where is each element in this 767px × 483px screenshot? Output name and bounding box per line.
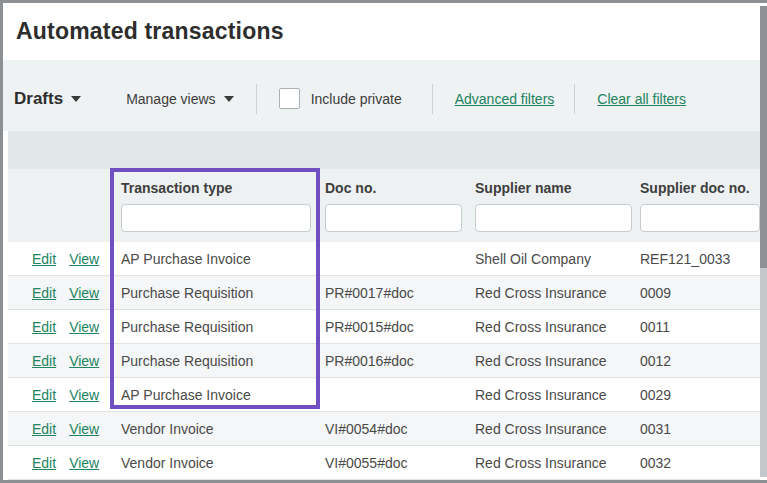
- actions-column-header: [8, 169, 113, 180]
- transaction-type-cell: Purchase Requisition: [113, 353, 323, 369]
- supplier-name-column-header: Supplier name: [473, 169, 638, 232]
- transaction-type-cell: Vendor Invoice: [113, 421, 323, 437]
- manage-views-label: Manage views: [126, 91, 216, 107]
- clear-all-filters-link[interactable]: Clear all filters: [597, 91, 686, 107]
- caret-down-icon: [224, 96, 234, 102]
- supplier-doc-no-cell: 0032: [638, 455, 760, 471]
- edit-link[interactable]: Edit: [32, 251, 56, 267]
- supplier-name-cell: Red Cross Insurance: [473, 421, 638, 437]
- table-row: Edit View Purchase Requisition PR#0017#d…: [8, 276, 760, 310]
- supplier-name-cell: Red Cross Insurance: [473, 387, 638, 403]
- view-link[interactable]: View: [69, 251, 99, 267]
- table-row: Edit View Vendor Invoice VI#0055#doc Red…: [8, 446, 760, 480]
- include-private-label: Include private: [311, 91, 402, 107]
- edit-link[interactable]: Edit: [32, 319, 56, 335]
- supplier-name-cell: Red Cross Insurance: [473, 455, 638, 471]
- edit-link[interactable]: Edit: [32, 455, 56, 471]
- transaction-type-cell: AP Purchase Invoice: [113, 251, 323, 267]
- row-actions: Edit View: [8, 285, 113, 301]
- supplier-doc-no-cell: 0009: [638, 285, 760, 301]
- edit-link[interactable]: Edit: [32, 285, 56, 301]
- caret-down-icon: [71, 96, 81, 102]
- row-actions: Edit View: [8, 455, 113, 471]
- doc-no-cell: VI#0055#doc: [323, 455, 473, 471]
- table-row: Edit View AP Purchase Invoice Red Cross …: [8, 378, 760, 412]
- include-private-control[interactable]: Include private: [279, 88, 402, 109]
- column-header-label: Transaction type: [121, 180, 323, 196]
- column-header-label: Supplier name: [475, 180, 638, 196]
- manage-views-dropdown[interactable]: Manage views: [126, 91, 234, 107]
- view-link[interactable]: View: [69, 319, 99, 335]
- column-header-label: Supplier doc no.: [640, 180, 760, 196]
- toolbar-divider: [432, 84, 433, 114]
- supplier-name-cell: Red Cross Insurance: [473, 285, 638, 301]
- table-row: Edit View Purchase Requisition PR#0016#d…: [8, 344, 760, 378]
- edit-link[interactable]: Edit: [32, 353, 56, 369]
- scrollbar-thumb[interactable]: [760, 6, 767, 268]
- supplier-name-filter-input[interactable]: [475, 204, 632, 232]
- view-selector-label: Drafts: [14, 89, 63, 109]
- table-row: Edit View AP Purchase Invoice Shell Oil …: [8, 242, 760, 276]
- transaction-type-column-header: Transaction type: [113, 169, 323, 232]
- table-row: Edit View Vendor Invoice VI#0054#doc Red…: [8, 412, 760, 446]
- view-link[interactable]: View: [69, 285, 99, 301]
- column-header-label: Doc no.: [325, 180, 473, 196]
- row-actions: Edit View: [8, 251, 113, 267]
- page-content: Automated transactions Drafts Manage vie…: [3, 3, 760, 480]
- table-row: Edit View Purchase Requisition PR#0015#d…: [8, 310, 760, 344]
- supplier-doc-no-cell: 0012: [638, 353, 760, 369]
- doc-no-column-header: Doc no.: [323, 169, 473, 232]
- table-header-row: Transaction type Doc no. Supplier name S…: [8, 169, 760, 242]
- transaction-type-cell: Vendor Invoice: [113, 455, 323, 471]
- view-link[interactable]: View: [69, 353, 99, 369]
- view-link[interactable]: View: [69, 387, 99, 403]
- toolbar-divider: [574, 84, 575, 114]
- title-bar: Automated transactions: [3, 3, 760, 60]
- edit-link[interactable]: Edit: [32, 421, 56, 437]
- supplier-doc-no-filter-input[interactable]: [640, 204, 760, 232]
- view-selector-dropdown[interactable]: Drafts: [14, 89, 81, 109]
- supplier-doc-no-cell: 0011: [638, 319, 760, 335]
- transaction-type-filter-input[interactable]: [121, 204, 311, 232]
- doc-no-cell: PR#0015#doc: [323, 319, 473, 335]
- doc-no-filter-input[interactable]: [325, 204, 462, 232]
- supplier-doc-no-cell: REF121_0033: [638, 251, 760, 267]
- toolbar: Drafts Manage views Include private Adva…: [3, 60, 760, 131]
- supplier-name-cell: Red Cross Insurance: [473, 319, 638, 335]
- transaction-type-cell: Purchase Requisition: [113, 285, 323, 301]
- row-actions: Edit View: [8, 353, 113, 369]
- view-link[interactable]: View: [69, 421, 99, 437]
- row-actions: Edit View: [8, 421, 113, 437]
- row-actions: Edit View: [8, 319, 113, 335]
- row-actions: Edit View: [8, 387, 113, 403]
- doc-no-cell: PR#0016#doc: [323, 353, 473, 369]
- transaction-type-cell: Purchase Requisition: [113, 319, 323, 335]
- supplier-doc-no-column-header: Supplier doc no.: [638, 169, 760, 232]
- supplier-doc-no-cell: 0031: [638, 421, 760, 437]
- supplier-doc-no-cell: 0029: [638, 387, 760, 403]
- view-link[interactable]: View: [69, 455, 99, 471]
- vertical-scrollbar[interactable]: [760, 6, 767, 477]
- include-private-checkbox[interactable]: [279, 88, 300, 109]
- toolbar-divider: [256, 84, 257, 114]
- page-frame: Automated transactions Drafts Manage vie…: [0, 0, 767, 483]
- doc-no-cell: PR#0017#doc: [323, 285, 473, 301]
- supplier-name-cell: Red Cross Insurance: [473, 353, 638, 369]
- edit-link[interactable]: Edit: [32, 387, 56, 403]
- supplier-name-cell: Shell Oil Company: [473, 251, 638, 267]
- table-header-band: [8, 131, 760, 169]
- page-title: Automated transactions: [16, 18, 284, 45]
- transaction-type-cell: AP Purchase Invoice: [113, 387, 323, 403]
- advanced-filters-link[interactable]: Advanced filters: [455, 91, 555, 107]
- doc-no-cell: VI#0054#doc: [323, 421, 473, 437]
